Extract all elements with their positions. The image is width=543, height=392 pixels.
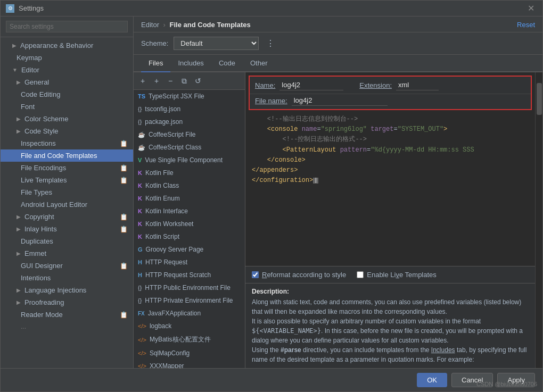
sidebar-item-gui-designer[interactable]: GUI Designer 📋 (1, 260, 133, 272)
sidebar-item-live-templates[interactable]: Live Templates 📋 (1, 174, 133, 186)
add-dir-button[interactable]: + (151, 75, 162, 87)
template-item-package-json[interactable]: {} package.json (134, 115, 245, 128)
sidebar-item-duplicates[interactable]: Duplicates (1, 235, 133, 247)
tab-code[interactable]: Code (211, 55, 243, 72)
extension-input[interactable] (396, 80, 439, 90)
remove-template-button[interactable]: − (164, 75, 176, 87)
code-editor[interactable]: <!--输出日志信息到控制台--> <console name="spring6… (245, 110, 535, 266)
template-item-coffeescript-class[interactable]: ☕ CoffeeScript Class (134, 141, 245, 154)
tab-other-label: Other (250, 59, 268, 67)
expand-arrow-code-style: ▶ (17, 128, 21, 134)
sidebar-item-intentions[interactable]: Intentions (1, 272, 133, 284)
template-item-kotlin-file[interactable]: K Kotlin File (134, 166, 245, 179)
template-editor: Name: Extension: File name: (245, 72, 535, 368)
extension-label: Extension: (359, 81, 392, 89)
sidebar-item-file-code-templates[interactable]: File and Code Templates (1, 149, 133, 162)
sidebar-item-android-layout[interactable]: Android Layout Editor (1, 198, 133, 211)
reformat-checkbox-label[interactable]: Reformat according to style (252, 271, 346, 279)
more-items-label: ... (21, 323, 26, 330)
tab-includes-label: Includes (178, 59, 203, 67)
tab-files[interactable]: Files (141, 55, 170, 72)
breadcrumb: Editor › File and Code Templates (141, 21, 251, 29)
template-label-http-scratch: HTTP Request Scratch (145, 271, 211, 279)
sidebar-item-editor[interactable]: ▼ Editor (1, 64, 133, 76)
app-icon: ⚙ (6, 4, 14, 13)
template-item-groovy[interactable]: G Groovy Server Page (134, 243, 245, 256)
name-input[interactable] (279, 80, 343, 90)
package-json-icon: {} (138, 119, 142, 125)
sidebar-item-appearance[interactable]: ▶ Appearance & Behavior (1, 39, 133, 52)
template-item-kotlin-interface[interactable]: K Kotlin Interface (134, 205, 245, 218)
sidebar-label-copyright: Copyright (24, 213, 54, 221)
code-line-6: </appenders> (252, 165, 529, 176)
coffeescript-file-icon: ☕ (138, 131, 145, 138)
tab-includes[interactable]: Includes (170, 55, 211, 72)
watermark: CSDN @biubiubiu0706 (476, 381, 537, 387)
close-button[interactable]: ✕ (525, 3, 537, 13)
template-item-http-private-env[interactable]: {} HTTP Private Environment File (134, 294, 245, 307)
search-input[interactable] (6, 21, 128, 32)
template-label-mybatis: MyBatis核心配置文件 (150, 335, 211, 344)
live-templates-checkbox-label[interactable]: Enable Live Templates (357, 271, 437, 279)
sidebar-item-language-injections[interactable]: ▶ Language Injections (1, 284, 133, 296)
tab-other[interactable]: Other (243, 55, 275, 72)
scroll-indicator[interactable] (537, 83, 542, 115)
live-templates-icon: 📋 (120, 177, 128, 184)
sidebar-item-file-encodings[interactable]: File Encodings 📋 (1, 162, 133, 174)
template-item-tsconfig[interactable]: {} tsconfig.json (134, 103, 245, 115)
template-item-logback[interactable]: </> logback (134, 320, 245, 332)
sidebar-item-more[interactable]: ... (1, 321, 133, 332)
add-template-button[interactable]: + (137, 75, 149, 87)
template-item-http-request[interactable]: H HTTP Request (134, 256, 245, 269)
expand-arrow-copyright: ▶ (17, 214, 21, 220)
sidebar-label-inspections: Inspections (21, 139, 56, 147)
reset-template-button[interactable]: ↺ (192, 75, 204, 87)
scheme-more-button[interactable]: ⋮ (264, 38, 277, 48)
template-item-http-scratch[interactable]: H HTTP Request Scratch (134, 269, 245, 281)
code-line-5: </console> (252, 155, 529, 165)
inlay-hints-icon: 📋 (120, 226, 128, 233)
sidebar-item-color-scheme[interactable]: ▶ Color Scheme (1, 113, 133, 125)
code-line-1: <!--输出日志信息到控制台--> (252, 114, 529, 124)
template-item-kotlin-enum[interactable]: K Kotlin Enum (134, 192, 245, 205)
sidebar-item-font[interactable]: Font (1, 101, 133, 113)
template-item-coffeescript-file[interactable]: ☕ CoffeeScript File (134, 128, 245, 141)
scheme-select[interactable]: Default Project (174, 37, 259, 50)
template-item-kotlin-worksheet[interactable]: K Kotlin Worksheet (134, 218, 245, 230)
sidebar-item-emmet[interactable]: ▶ Emmet (1, 247, 133, 260)
ok-button[interactable]: OK (417, 373, 447, 387)
copy-template-button[interactable]: ⧉ (178, 75, 190, 87)
filename-input[interactable] (292, 95, 388, 106)
template-item-mybatis[interactable]: </> MyBatis核心配置文件 (134, 332, 245, 347)
sidebar-label-inlay-hints: Inlay Hints (24, 225, 57, 233)
sidebar-item-inspections[interactable]: Inspections 📋 (1, 137, 133, 149)
sidebar-item-file-types[interactable]: File Types (1, 186, 133, 198)
reformat-checkbox[interactable] (252, 271, 259, 278)
reader-mode-icon: 📋 (120, 311, 128, 319)
sidebar-item-general[interactable]: ▶ General (1, 76, 133, 88)
sidebar-label-reader-mode: Reader Mode (21, 311, 63, 319)
code-line-2: <console name="spring6log" target="SYSTE… (252, 124, 529, 135)
template-item-xxxmapper[interactable]: </> XXXMapper (134, 360, 245, 368)
template-item-vue[interactable]: V Vue Single File Component (134, 154, 245, 166)
template-item-ts-jsx[interactable]: TS TypeScript JSX File (134, 90, 245, 103)
sidebar-item-proofreading[interactable]: ▶ Proofreading (1, 296, 133, 308)
sidebar-item-code-style[interactable]: ▶ Code Style (1, 125, 133, 137)
template-item-http-public-env[interactable]: {} HTTP Public Environment File (134, 281, 245, 294)
template-label-tsconfig: tsconfig.json (145, 105, 180, 113)
template-item-sqlmap[interactable]: </> SqlMapConfig (134, 347, 245, 360)
template-label-groovy: Groovy Server Page (146, 246, 204, 253)
template-item-kotlin-class[interactable]: K Kotlin Class (134, 179, 245, 192)
sidebar-item-keymap[interactable]: Keymap (1, 52, 133, 64)
ts-jsx-icon: TS (138, 93, 145, 99)
sidebar-item-reader-mode[interactable]: Reader Mode 📋 (1, 308, 133, 321)
sidebar-label-font: Font (21, 103, 35, 111)
sidebar-item-copyright[interactable]: ▶ Copyright 📋 (1, 211, 133, 223)
live-templates-checkbox[interactable] (357, 271, 364, 278)
template-item-javafx[interactable]: FX JavaFXApplication (134, 307, 245, 320)
template-item-kotlin-script[interactable]: K Kotlin Script (134, 230, 245, 243)
reset-button[interactable]: Reset (517, 21, 535, 29)
sidebar-item-inlay-hints[interactable]: ▶ Inlay Hints 📋 (1, 223, 133, 235)
live-templates-label: Enable Live Templates (367, 271, 437, 279)
sidebar-item-code-editing[interactable]: Code Editing (1, 88, 133, 101)
